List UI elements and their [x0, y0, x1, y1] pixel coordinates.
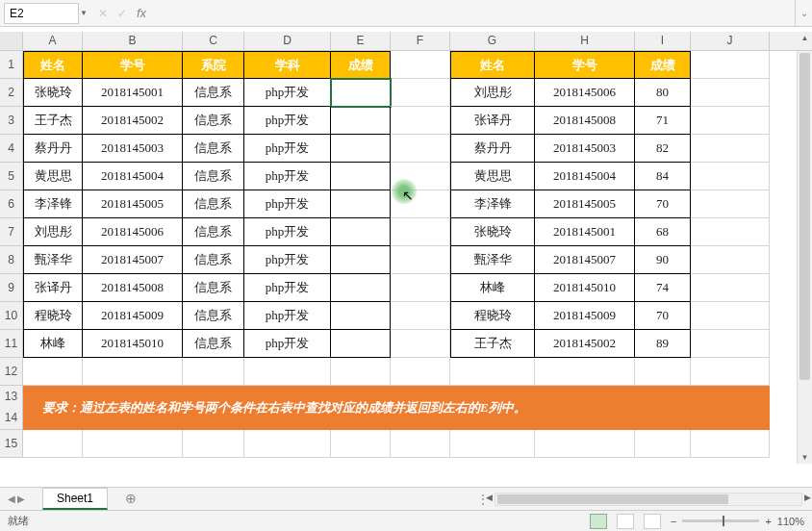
right-cell[interactable]: 2018145002: [535, 330, 635, 358]
right-header[interactable]: 学号: [535, 51, 635, 79]
cell[interactable]: [183, 430, 244, 458]
select-all-corner[interactable]: [0, 32, 23, 50]
row-header[interactable]: 15: [0, 430, 23, 458]
cell[interactable]: [391, 330, 450, 358]
left-cell[interactable]: 2018145010: [83, 330, 183, 358]
scroll-right-icon[interactable]: ▶: [804, 493, 811, 502]
cell[interactable]: [450, 430, 535, 458]
cell[interactable]: [691, 163, 770, 190]
right-cell[interactable]: 2018145001: [535, 218, 635, 246]
left-cell[interactable]: php开发: [244, 135, 331, 163]
hscroll-thumb[interactable]: [497, 494, 728, 504]
row-header[interactable]: 1: [0, 51, 23, 79]
left-cell[interactable]: 张晓玲: [23, 79, 83, 107]
right-cell[interactable]: 程晓玲: [450, 302, 535, 330]
left-cell[interactable]: 2018145004: [83, 163, 183, 190]
left-cell[interactable]: php开发: [244, 302, 331, 330]
right-cell[interactable]: 2018145009: [535, 302, 635, 330]
right-cell[interactable]: 80: [635, 79, 691, 107]
right-cell[interactable]: 70: [635, 190, 691, 218]
cell[interactable]: [391, 274, 450, 302]
cell[interactable]: [535, 430, 635, 458]
zoom-control[interactable]: − + 110%: [671, 516, 804, 527]
vscroll-thumb[interactable]: [799, 53, 810, 380]
col-header-J[interactable]: J: [691, 32, 770, 50]
left-cell[interactable]: 2018145001: [83, 79, 183, 107]
left-header[interactable]: 系院: [183, 51, 244, 79]
cell[interactable]: [691, 274, 770, 302]
cell[interactable]: [535, 358, 635, 386]
right-cell[interactable]: 2018145008: [535, 107, 635, 135]
cell[interactable]: [691, 246, 770, 274]
formula-input[interactable]: [154, 3, 795, 24]
right-cell[interactable]: 2018145003: [535, 135, 635, 163]
left-cell[interactable]: 蔡丹丹: [23, 135, 83, 163]
right-cell[interactable]: 李泽锋: [450, 190, 535, 218]
col-header-B[interactable]: B: [83, 32, 183, 50]
cell[interactable]: [83, 358, 183, 386]
vertical-scrollbar[interactable]: ▲ ▼: [797, 51, 812, 464]
left-cell[interactable]: 信息系: [183, 135, 244, 163]
fx-icon[interactable]: fx: [137, 6, 146, 20]
zoom-out-button[interactable]: −: [671, 516, 676, 527]
right-cell[interactable]: 2018145007: [535, 246, 635, 274]
left-cell[interactable]: 2018145007: [83, 246, 183, 274]
left-cell[interactable]: 信息系: [183, 218, 244, 246]
right-cell[interactable]: 林峰: [450, 274, 535, 302]
cell[interactable]: [391, 358, 450, 386]
col-header-A[interactable]: A: [23, 32, 83, 50]
cell[interactable]: [244, 358, 331, 386]
col-header-D[interactable]: D: [244, 32, 331, 50]
col-header-I[interactable]: I: [635, 32, 691, 50]
add-sheet-button[interactable]: ⊕: [121, 490, 140, 509]
cell[interactable]: [391, 430, 450, 458]
right-cell[interactable]: 2018145004: [535, 163, 635, 190]
left-cell[interactable]: 刘思彤: [23, 218, 83, 246]
cell[interactable]: [450, 358, 535, 386]
left-cell[interactable]: 信息系: [183, 274, 244, 302]
cell[interactable]: [691, 135, 770, 163]
left-cell[interactable]: [331, 218, 391, 246]
name-box-dropdown[interactable]: ▼: [79, 9, 89, 17]
col-header-F[interactable]: F: [391, 32, 450, 50]
cell[interactable]: [691, 302, 770, 330]
left-cell[interactable]: [331, 246, 391, 274]
left-cell[interactable]: 2018145008: [83, 274, 183, 302]
cell[interactable]: [331, 358, 391, 386]
left-cell[interactable]: [331, 135, 391, 163]
left-cell[interactable]: 2018145009: [83, 302, 183, 330]
left-cell[interactable]: [331, 302, 391, 330]
row-header[interactable]: 1314: [0, 386, 23, 430]
cell[interactable]: [635, 358, 691, 386]
view-normal-icon[interactable]: [590, 514, 607, 529]
right-cell[interactable]: 84: [635, 163, 691, 190]
expand-formula-icon[interactable]: ⌄: [795, 0, 812, 26]
left-cell[interactable]: [331, 107, 391, 135]
left-cell[interactable]: php开发: [244, 246, 331, 274]
right-cell[interactable]: 黄思思: [450, 163, 535, 190]
cell[interactable]: [691, 51, 770, 79]
left-cell[interactable]: 黄思思: [23, 163, 83, 190]
right-cell[interactable]: 74: [635, 274, 691, 302]
left-cell[interactable]: 2018145006: [83, 218, 183, 246]
cell[interactable]: [635, 430, 691, 458]
cell[interactable]: [391, 51, 450, 79]
scroll-left-icon[interactable]: ◀: [486, 493, 493, 502]
row-header[interactable]: 8: [0, 246, 23, 274]
left-cell[interactable]: [331, 190, 391, 218]
left-cell[interactable]: php开发: [244, 330, 331, 358]
row-header[interactable]: 12: [0, 358, 23, 386]
cell[interactable]: [691, 79, 770, 107]
left-cell[interactable]: php开发: [244, 107, 331, 135]
left-cell[interactable]: [331, 163, 391, 190]
right-header[interactable]: 姓名: [450, 51, 535, 79]
scroll-up-icon[interactable]: ▲: [798, 34, 812, 42]
zoom-level[interactable]: 110%: [777, 516, 804, 527]
row-header[interactable]: 4: [0, 135, 23, 163]
horizontal-scrollbar[interactable]: ◀ ▶: [495, 493, 802, 506]
cell[interactable]: [23, 358, 83, 386]
cell[interactable]: [691, 386, 770, 430]
cell[interactable]: [391, 246, 450, 274]
left-cell[interactable]: 甄泽华: [23, 246, 83, 274]
left-cell[interactable]: 信息系: [183, 246, 244, 274]
